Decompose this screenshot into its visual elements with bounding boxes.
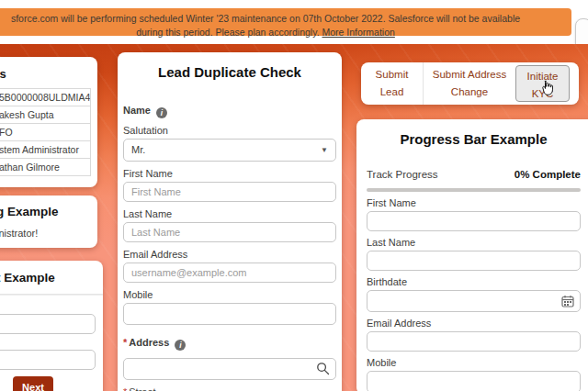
salutation-select[interactable]: Mr.▼ bbox=[123, 139, 336, 162]
banner-text: sforce.com will be performing scheduled … bbox=[11, 13, 520, 38]
details-card-title: ls bbox=[0, 67, 97, 81]
salutation-label: Salutation bbox=[123, 125, 336, 136]
address-lookup bbox=[123, 358, 336, 380]
table-row: FO bbox=[0, 124, 91, 141]
mobile-label: Mobile bbox=[123, 289, 336, 300]
first-name-label: First Name bbox=[123, 168, 336, 179]
lead-duplicate-check-card: Lead Duplicate Check Namei Salutation Mr… bbox=[118, 52, 342, 391]
address-search-input[interactable] bbox=[123, 358, 336, 380]
street-label: Street bbox=[129, 386, 155, 391]
pf-first-name-input[interactable] bbox=[367, 211, 581, 231]
pf-last-name-label: Last Name bbox=[367, 237, 581, 248]
divider bbox=[0, 294, 103, 296]
email-label: Email Address bbox=[123, 249, 336, 260]
salutation-value: Mr. bbox=[131, 144, 145, 155]
submit-lead-button[interactable]: Submit Lead bbox=[361, 62, 423, 105]
next-button[interactable]: Next bbox=[13, 376, 53, 391]
user-details-card: ls 5B0000008ULDMIA4 akesh Gupta FO stem … bbox=[0, 57, 97, 187]
name-label-row: Namei bbox=[123, 105, 336, 118]
input-example-card: t Example Next bbox=[0, 261, 103, 391]
percent-complete-text: 0% Complete bbox=[514, 169, 581, 180]
calendar-icon[interactable] bbox=[561, 295, 574, 307]
submit-address-change-button[interactable]: Submit Address Change bbox=[423, 62, 515, 105]
screen: sforce.com will be performing scheduled … bbox=[0, 0, 588, 391]
last-name-label: Last Name bbox=[123, 208, 336, 219]
table-row: athan Gilmore bbox=[0, 159, 91, 176]
user-manager-cell: athan Gilmore bbox=[0, 159, 91, 176]
maintenance-banner: sforce.com will be performing scheduled … bbox=[0, 8, 571, 36]
progress-bar-example-card: Progress Bar Example Track Progress 0% C… bbox=[356, 119, 588, 391]
table-row: 5B0000008ULDMIA4 bbox=[0, 89, 91, 106]
lead-card-title: Lead Duplicate Check bbox=[123, 64, 336, 80]
user-id-cell: 5B0000008ULDMIA4 bbox=[0, 89, 91, 106]
first-name-input[interactable] bbox=[123, 182, 336, 202]
actions-card: Submit Lead Submit Address Change Initia… bbox=[361, 62, 579, 105]
pf-mobile-input[interactable] bbox=[367, 371, 581, 391]
required-asterisk: * bbox=[123, 386, 127, 391]
info-icon: i bbox=[156, 107, 167, 118]
chevron-down-icon: ▼ bbox=[321, 140, 328, 161]
email-input[interactable] bbox=[123, 263, 336, 283]
initiate-kyc-button[interactable]: Initiate KYC bbox=[515, 65, 570, 102]
last-name-input[interactable] bbox=[123, 222, 336, 242]
pf-email-label: Email Address bbox=[367, 318, 581, 329]
track-progress-label: Track Progress bbox=[367, 169, 438, 180]
search-icon[interactable] bbox=[316, 362, 330, 375]
birthdate-field bbox=[367, 290, 581, 312]
user-name-cell: akesh Gupta bbox=[0, 106, 91, 124]
user-details-table: 5B0000008ULDMIA4 akesh Gupta FO stem Adm… bbox=[0, 88, 91, 176]
pf-last-name-input[interactable] bbox=[367, 251, 581, 271]
required-asterisk: * bbox=[123, 337, 127, 348]
pf-birthdate-label: Birthdate bbox=[367, 276, 581, 287]
greeting-card: g Example inistrator! bbox=[0, 196, 97, 248]
progress-bar bbox=[367, 188, 581, 192]
user-profile-cell: stem Administrator bbox=[0, 141, 91, 159]
table-row: stem Administrator bbox=[0, 141, 91, 159]
more-information-link[interactable]: More Information bbox=[322, 27, 394, 38]
greeting-text: inistrator! bbox=[0, 228, 97, 239]
pf-birthdate-input[interactable] bbox=[367, 290, 581, 312]
left-input-2[interactable] bbox=[0, 350, 96, 370]
pf-mobile-label: Mobile bbox=[367, 357, 581, 368]
user-title-cell: FO bbox=[0, 124, 91, 141]
left-input-1[interactable] bbox=[0, 314, 96, 334]
pf-email-input[interactable] bbox=[367, 331, 581, 352]
address-label: Address bbox=[129, 337, 169, 348]
table-row: akesh Gupta bbox=[0, 106, 91, 124]
pf-first-name-label: First Name bbox=[367, 197, 581, 208]
track-progress-row: Track Progress 0% Complete bbox=[367, 169, 581, 180]
address-label-row: *Addressi bbox=[123, 337, 336, 351]
name-label: Name bbox=[123, 105, 151, 116]
info-icon: i bbox=[175, 340, 186, 351]
progress-card-title: Progress Bar Example bbox=[367, 131, 581, 147]
mobile-input[interactable] bbox=[123, 303, 336, 325]
input-card-title: t Example bbox=[0, 271, 103, 285]
greeting-card-title: g Example bbox=[0, 205, 97, 218]
street-label-row: *Street bbox=[123, 386, 336, 391]
